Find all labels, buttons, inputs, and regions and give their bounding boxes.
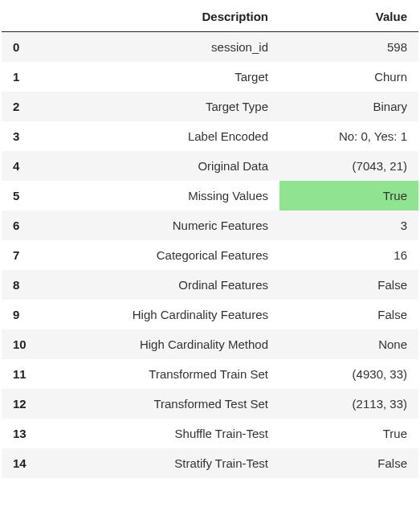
table-row: 10High Cardinality MethodNone xyxy=(2,329,418,359)
table-row: 11Transformed Train Set(4930, 33) xyxy=(2,359,418,389)
row-value: Churn xyxy=(279,62,418,92)
row-index: 0 xyxy=(2,32,51,63)
row-index: 1 xyxy=(2,62,51,92)
row-index: 7 xyxy=(2,240,51,270)
row-description: session_id xyxy=(51,32,279,63)
table-row: 14Stratify Train-TestFalse xyxy=(2,448,418,478)
row-description: Transformed Train Set xyxy=(51,359,279,389)
row-index: 10 xyxy=(2,329,51,359)
table-row: 13Shuffle Train-TestTrue xyxy=(2,419,418,448)
table-row: 4Original Data(7043, 21) xyxy=(2,151,418,181)
table-row: 3Label EncodedNo: 0, Yes: 1 xyxy=(2,121,418,151)
row-description: Target xyxy=(51,62,279,92)
table-row: 6Numeric Features3 xyxy=(2,211,418,240)
row-description: Ordinal Features xyxy=(51,270,279,300)
row-value: (4930, 33) xyxy=(279,359,418,389)
row-value: None xyxy=(279,329,418,359)
row-description: High Cardinality Method xyxy=(51,329,279,359)
table-body: 0session_id5981TargetChurn2Target TypeBi… xyxy=(2,32,418,479)
row-description: Target Type xyxy=(51,92,279,121)
row-value: 598 xyxy=(279,32,418,63)
row-description: Categorical Features xyxy=(51,240,279,270)
row-index: 8 xyxy=(2,270,51,300)
row-value: False xyxy=(279,300,418,329)
row-value: True xyxy=(279,181,418,211)
table-row: 2Target TypeBinary xyxy=(2,92,418,121)
row-index: 13 xyxy=(2,419,51,448)
row-description: Shuffle Train-Test xyxy=(51,419,279,448)
header-description: Description xyxy=(51,2,279,32)
info-table: Description Value 0session_id5981TargetC… xyxy=(2,2,418,478)
table-row: 1TargetChurn xyxy=(2,62,418,92)
row-value: False xyxy=(279,270,418,300)
row-description: Missing Values xyxy=(51,181,279,211)
row-description: Transformed Test Set xyxy=(51,389,279,419)
row-index: 4 xyxy=(2,151,51,181)
table-row: 5Missing ValuesTrue xyxy=(2,181,418,211)
row-value: 3 xyxy=(279,211,418,240)
row-index: 14 xyxy=(2,448,51,478)
row-value: (7043, 21) xyxy=(279,151,418,181)
table-row: 12Transformed Test Set(2113, 33) xyxy=(2,389,418,419)
row-index: 11 xyxy=(2,359,51,389)
row-value: (2113, 33) xyxy=(279,389,418,419)
row-index: 6 xyxy=(2,211,51,240)
row-index: 9 xyxy=(2,300,51,329)
table-row: 9High Cardinality FeaturesFalse xyxy=(2,300,418,329)
header-value: Value xyxy=(279,2,418,32)
row-index: 5 xyxy=(2,181,51,211)
row-description: Label Encoded xyxy=(51,121,279,151)
row-value: 16 xyxy=(279,240,418,270)
row-index: 3 xyxy=(2,121,51,151)
table-row: 8Ordinal FeaturesFalse xyxy=(2,270,418,300)
table-row: 0session_id598 xyxy=(2,32,418,63)
row-value: False xyxy=(279,448,418,478)
row-index: 12 xyxy=(2,389,51,419)
row-value: No: 0, Yes: 1 xyxy=(279,121,418,151)
row-description: Stratify Train-Test xyxy=(51,448,279,478)
table-row: 7Categorical Features16 xyxy=(2,240,418,270)
header-corner xyxy=(2,2,51,32)
row-value: Binary xyxy=(279,92,418,121)
row-description: High Cardinality Features xyxy=(51,300,279,329)
row-value: True xyxy=(279,419,418,448)
row-index: 2 xyxy=(2,92,51,121)
row-description: Numeric Features xyxy=(51,211,279,240)
row-description: Original Data xyxy=(51,151,279,181)
